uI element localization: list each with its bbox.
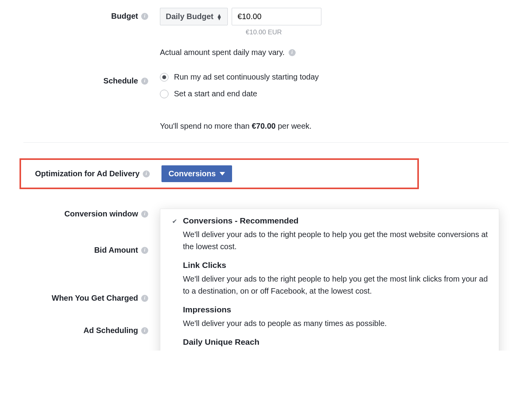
optimization-label: Optimization for Ad Delivery i — [21, 165, 161, 178]
option-desc: We'll deliver your ads to people as many… — [183, 317, 488, 330]
option-title: Link Clicks — [183, 261, 488, 270]
option-title: Conversions - Recommended — [183, 216, 488, 225]
optimization-dropdown-panel[interactable]: ✔ Conversions - Recommended We'll delive… — [160, 209, 499, 351]
optimization-option-link-clicks[interactable]: Link Clicks We'll deliver your ads to th… — [171, 261, 488, 297]
schedule-label-text: Schedule — [103, 76, 138, 85]
spend-summary: You'll spend no more than €70.00 per wee… — [160, 122, 509, 131]
budget-note-text: Actual amount spent daily may vary. — [160, 48, 285, 57]
check-icon: ✔ — [172, 218, 177, 225]
schedule-option-label: Set a start and end date — [174, 89, 257, 98]
info-icon[interactable]: i — [141, 13, 148, 20]
option-title: Impressions — [183, 305, 488, 314]
spend-summary-suffix: per week. — [276, 122, 312, 130]
schedule-option-continuous[interactable]: Run my ad set continuously starting toda… — [160, 73, 509, 82]
budget-amount-input[interactable] — [232, 8, 321, 25]
info-icon[interactable]: i — [141, 327, 148, 334]
conversion-window-label: Conversion window — [64, 209, 138, 218]
spend-summary-amount: €70.00 — [252, 122, 275, 130]
budget-type-select[interactable]: Daily Budget ▲▼ — [160, 8, 228, 25]
schedule-label: Schedule i — [23, 73, 160, 85]
optimization-option-conversions[interactable]: ✔ Conversions - Recommended We'll delive… — [171, 216, 488, 253]
optimization-highlight: Optimization for Ad Delivery i Conversio… — [20, 158, 419, 189]
radio-icon[interactable] — [160, 90, 168, 98]
option-title: Daily Unique Reach — [183, 337, 488, 347]
option-desc: We'll deliver your ads to the right peop… — [183, 273, 488, 297]
ad-scheduling-label: Ad Scheduling — [83, 326, 138, 335]
optimization-label-text: Optimization for Ad Delivery — [35, 169, 140, 178]
schedule-row: Schedule i Run my ad set continuously st… — [23, 73, 509, 106]
option-desc: We'll deliver your ads to the right peop… — [183, 229, 488, 253]
info-icon[interactable]: i — [289, 49, 296, 56]
optimization-option-daily-unique-reach[interactable]: Daily Unique Reach We'll deliver your ad… — [171, 337, 488, 351]
schedule-option-range[interactable]: Set a start and end date — [160, 89, 509, 98]
info-icon[interactable]: i — [141, 211, 148, 218]
info-icon[interactable]: i — [143, 170, 150, 177]
budget-row: Budget i Daily Budget ▲▼ €10.00 EUR — [23, 8, 509, 36]
option-desc: We'll deliver your ads to people up to o… — [183, 350, 488, 351]
radio-icon[interactable] — [160, 73, 168, 82]
budget-label: Budget i — [23, 8, 160, 21]
optimization-option-impressions[interactable]: Impressions We'll deliver your ads to pe… — [171, 305, 488, 330]
info-icon[interactable]: i — [141, 295, 148, 302]
budget-controls: Daily Budget ▲▼ €10.00 EUR — [160, 8, 509, 36]
divider — [23, 142, 509, 143]
budget-amount-subtext: €10.00 EUR — [246, 28, 509, 36]
when-charged-label: When You Get Charged — [52, 294, 138, 303]
schedule-options: Run my ad set continuously starting toda… — [160, 73, 509, 106]
updown-icon: ▲▼ — [216, 14, 222, 20]
schedule-option-label: Run my ad set continuously starting toda… — [174, 73, 319, 82]
info-icon[interactable]: i — [141, 247, 148, 254]
budget-label-text: Budget — [111, 12, 138, 21]
spend-summary-prefix: You'll spend no more than — [160, 122, 252, 130]
optimization-button-label: Conversions — [168, 169, 216, 178]
budget-type-label: Daily Budget — [166, 12, 213, 21]
optimization-dropdown-button[interactable]: Conversions — [161, 165, 232, 182]
caret-down-icon — [220, 172, 225, 175]
bid-amount-label: Bid Amount — [94, 246, 138, 255]
info-icon[interactable]: i — [141, 78, 148, 85]
rows-under-dropdown: Conversion window i Bid Amount i When Yo… — [23, 209, 509, 335]
budget-note: Actual amount spent daily may vary. i — [160, 48, 509, 57]
